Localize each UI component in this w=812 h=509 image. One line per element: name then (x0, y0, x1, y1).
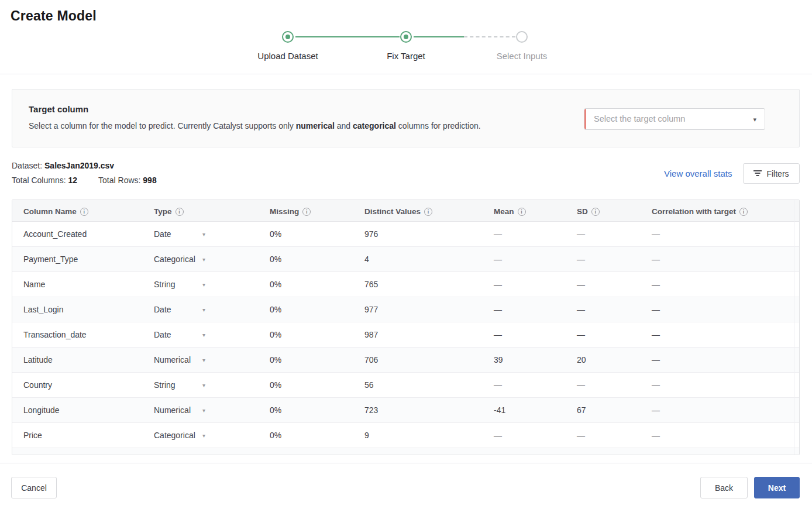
total-rows-value: 998 (143, 176, 156, 185)
mean-cell: — (483, 229, 566, 239)
target-column-card: Target column Select a column for the mo… (12, 89, 800, 147)
distinct-cell: 987 (353, 330, 483, 339)
step-connector-1 (295, 36, 400, 37)
table-row: Payment_Type Categorical▾ 0% 4 — — — (12, 247, 799, 272)
col-header-correlation: Correlation with target (641, 206, 799, 216)
next-button[interactable]: Next (754, 477, 800, 498)
col-header-missing: Missing (259, 206, 353, 216)
view-overall-stats-link[interactable]: View overall stats (664, 168, 732, 178)
sd-cell: — (566, 305, 641, 314)
distinct-cell: 4 (353, 254, 483, 264)
type-select[interactable]: Date▾ (143, 229, 259, 239)
mean-cell: — (483, 380, 566, 390)
step-label-select-inputs: Select Inputs (497, 51, 548, 61)
info-icon[interactable] (176, 208, 184, 216)
col-header-type: Type (143, 206, 259, 216)
table-row: Name String▾ 0% 765 — — — (12, 272, 799, 297)
missing-cell: 0% (259, 380, 353, 390)
type-select[interactable]: Categorical▾ (143, 431, 259, 440)
col-header-mean: Mean (483, 206, 566, 216)
step-connector-2-dashed (464, 36, 515, 37)
chevron-down-icon: ▾ (202, 307, 205, 313)
type-select[interactable]: Numerical▾ (143, 355, 259, 364)
columns-table: Column Name Type Missing Distinct Values… (12, 200, 800, 455)
filters-button-label: Filters (766, 169, 789, 178)
required-indicator (584, 109, 586, 129)
missing-cell: 0% (259, 355, 353, 364)
footer-bar: Cancel Back Next (0, 463, 812, 509)
correlation-cell: — (641, 254, 799, 264)
missing-cell: 0% (259, 330, 353, 339)
correlation-cell: — (641, 229, 799, 239)
step-dot (285, 35, 290, 39)
info-icon[interactable] (302, 208, 311, 216)
desc-part: Select a column for the model to predict… (29, 121, 296, 130)
missing-cell: 0% (259, 431, 353, 440)
dataset-counts-line: Total Columns: 12Total Rows: 998 (12, 176, 157, 190)
table-row: Longitude Numerical▾ 0% 723 -41 67 — (12, 398, 799, 423)
table-row-partial (12, 448, 799, 455)
sd-cell: — (566, 380, 641, 390)
info-icon[interactable] (591, 208, 600, 216)
desc-part: columns for prediction. (396, 121, 481, 130)
col-header-sd: SD (566, 206, 641, 216)
chevron-down-icon: ▾ (202, 332, 205, 338)
step-circle-upload-dataset[interactable] (282, 31, 294, 43)
step-circle-fix-target[interactable] (400, 31, 412, 43)
missing-cell: 0% (259, 229, 353, 239)
dataset-label: Dataset: (12, 161, 42, 170)
sd-cell: — (566, 280, 641, 289)
type-select[interactable]: Date▾ (143, 330, 259, 339)
column-name-cell: Latitude (12, 355, 143, 364)
info-icon[interactable] (518, 208, 526, 216)
target-column-select[interactable]: Select the target column ▾ (584, 108, 765, 130)
desc-bold-categorical: categorical (353, 121, 396, 130)
back-button[interactable]: Back (700, 477, 748, 498)
step-circle-select-inputs (516, 31, 528, 43)
mean-cell: — (483, 431, 566, 440)
filter-icon (753, 170, 762, 177)
type-select[interactable]: String▾ (143, 380, 259, 390)
type-select[interactable]: Categorical▾ (143, 254, 259, 264)
table-row: Country String▾ 0% 56 — — — (12, 373, 799, 398)
type-select[interactable]: Date▾ (143, 305, 259, 314)
correlation-cell: — (641, 431, 799, 440)
step-label-upload-dataset: Upload Dataset (257, 51, 318, 61)
dataset-name-line: Dataset: SalesJan2019.csv (12, 161, 157, 176)
info-icon[interactable] (424, 208, 432, 216)
mean-cell: -41 (483, 405, 566, 415)
step-label-fix-target: Fix Target (387, 51, 425, 61)
col-header-distinct-values: Distinct Values (353, 206, 483, 216)
table-scrollbar[interactable] (794, 200, 794, 455)
page-title: Create Model (11, 8, 97, 24)
mean-cell: 39 (483, 355, 566, 364)
missing-cell: 0% (259, 280, 353, 289)
total-columns-value: 12 (68, 176, 77, 185)
cancel-button[interactable]: Cancel (11, 477, 57, 498)
target-select-placeholder: Select the target column (594, 114, 685, 123)
create-model-page: Create Model Upload Dataset Fix Target S… (0, 0, 812, 509)
filters-button[interactable]: Filters (743, 163, 800, 184)
mean-cell: — (483, 254, 566, 264)
type-select[interactable]: Numerical▾ (143, 405, 259, 415)
type-select[interactable]: String▾ (143, 280, 259, 289)
info-icon[interactable] (739, 208, 748, 216)
col-header-column-name: Column Name (12, 206, 143, 216)
chevron-down-icon: ▾ (202, 432, 205, 439)
sd-cell: — (566, 330, 641, 339)
column-name-cell: Longitude (12, 405, 143, 415)
total-rows-label: Total Rows: (98, 176, 140, 185)
dataset-name: SalesJan2019.csv (44, 161, 114, 170)
desc-part: and (335, 121, 353, 130)
info-icon[interactable] (80, 208, 88, 216)
distinct-cell: 706 (353, 355, 483, 364)
column-name-cell: Price (12, 431, 143, 440)
distinct-cell: 9 (353, 431, 483, 440)
sd-cell: 20 (566, 355, 641, 364)
chevron-down-icon: ▾ (202, 256, 205, 263)
table-row: Latitude Numerical▾ 0% 706 39 20 — (12, 348, 799, 373)
correlation-cell: — (641, 280, 799, 289)
distinct-cell: 976 (353, 229, 483, 239)
chevron-down-icon: ▾ (202, 357, 205, 363)
chevron-down-icon: ▾ (202, 281, 205, 288)
